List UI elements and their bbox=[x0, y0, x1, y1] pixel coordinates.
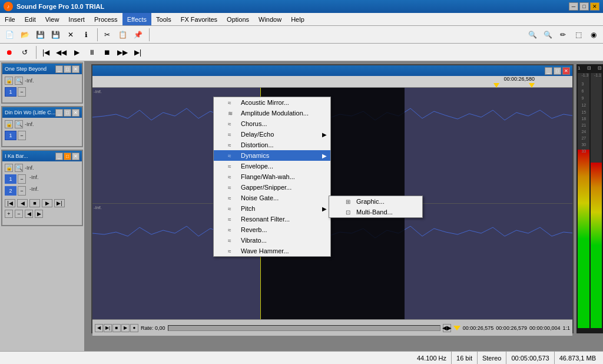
save-all-btn[interactable]: 💾 bbox=[48, 28, 62, 42]
menu-fxfavorites[interactable]: FX Favorites bbox=[176, 13, 222, 25]
menu-delay-echo[interactable]: ≈ Delay/Echo ▶ bbox=[214, 129, 330, 140]
stop-btn[interactable]: ⏹ bbox=[100, 45, 114, 59]
menu-edit[interactable]: Edit bbox=[20, 13, 41, 25]
main-area: One Step Beyond _ □ ✕ 🔒 🔍 -Inf. 1 − Din … bbox=[0, 61, 603, 351]
track-1-lock[interactable]: 🔒 bbox=[5, 77, 13, 85]
menu-pitch[interactable]: ≈ Pitch ▶ bbox=[214, 203, 330, 214]
pencil-btn[interactable]: ✏ bbox=[556, 28, 570, 42]
nav-play[interactable]: ▶ bbox=[42, 199, 52, 207]
record-btn[interactable]: ⏺ bbox=[2, 45, 16, 59]
toolbar-2: ⏺ ↺ |◀ ◀◀ ▶ ⏸ ⏹ ▶▶ ▶| bbox=[0, 44, 603, 61]
status-frequency: 44.100 Hz bbox=[412, 352, 452, 364]
paste-btn[interactable]: 📌 bbox=[131, 28, 145, 42]
track-2-maximize[interactable]: □ bbox=[64, 109, 71, 117]
prev-btn[interactable]: ◀◀ bbox=[54, 45, 68, 59]
menu-acoustic-mirror[interactable]: ≈ Acoustic Mirror... bbox=[214, 97, 330, 108]
status-duration: 00:05:00,573 bbox=[506, 352, 554, 364]
reverb-icon: ≈ bbox=[228, 227, 237, 233]
menu-envelope[interactable]: ≈ Envelope... bbox=[214, 161, 330, 171]
menu-wavehammer[interactable]: ≈ Wave Hammer... bbox=[214, 246, 330, 256]
track-1: One Step Beyond _ □ ✕ 🔒 🔍 -Inf. 1 − bbox=[1, 62, 83, 104]
menu-vibrato[interactable]: ≈ Vibrato... bbox=[214, 235, 330, 246]
scrub-btn[interactable]: ◉ bbox=[587, 28, 601, 42]
menu-options[interactable]: Options bbox=[222, 13, 254, 25]
track-2-mute[interactable]: − bbox=[18, 131, 26, 140]
open-btn[interactable]: 📂 bbox=[18, 28, 32, 42]
go-end-btn[interactable]: ▶| bbox=[131, 45, 145, 59]
menu-resonant[interactable]: ≈ Resonant Filter... bbox=[214, 214, 330, 224]
menu-insert[interactable]: Insert bbox=[64, 13, 90, 25]
track-3-lock[interactable]: 🔒 bbox=[5, 164, 13, 172]
distortion-icon: ≈ bbox=[228, 142, 237, 148]
track-3-mute1[interactable]: − bbox=[18, 174, 26, 184]
title-bar: ♪ Sound Forge Pro 10.0 TRIAL ─ □ ✕ bbox=[0, 0, 603, 13]
track-1-close[interactable]: ✕ bbox=[72, 65, 79, 73]
menu-chorus[interactable]: ≈ Chorus... bbox=[214, 118, 330, 129]
track-1-num: 1 bbox=[5, 87, 16, 97]
vol-minus[interactable]: − bbox=[15, 210, 23, 218]
submenu-multiband[interactable]: ⊡ Multi-Band... bbox=[329, 207, 422, 217]
left-panel: One Step Beyond _ □ ✕ 🔒 🔍 -Inf. 1 − Din … bbox=[0, 61, 85, 351]
track-1-minimize[interactable]: _ bbox=[55, 65, 63, 73]
scroll-right[interactable]: ▶ bbox=[35, 210, 43, 218]
track-3-zoom[interactable]: 🔍 bbox=[15, 164, 23, 172]
menu-effects[interactable]: Effects bbox=[122, 13, 151, 25]
track-2-minimize[interactable]: _ bbox=[55, 109, 63, 117]
next-btn[interactable]: ▶▶ bbox=[115, 45, 130, 59]
copy-btn[interactable]: 📋 bbox=[115, 28, 130, 42]
menu-window[interactable]: Window bbox=[254, 13, 286, 25]
menu-dynamics[interactable]: ≈ Dynamics ▶ bbox=[214, 150, 330, 161]
nav-end[interactable]: ▶| bbox=[54, 199, 65, 207]
track-1-name: One Step Beyond bbox=[5, 66, 47, 72]
track-2-close[interactable]: ✕ bbox=[72, 109, 79, 117]
track-3-maximize[interactable]: □ bbox=[64, 153, 71, 160]
track-2-zoom[interactable]: 🔍 bbox=[15, 120, 23, 128]
select-btn[interactable]: ⬚ bbox=[571, 28, 585, 42]
app-title: Sound Forge Pro 10.0 TRIAL bbox=[16, 3, 104, 10]
track-3-mute2[interactable]: − bbox=[18, 186, 26, 196]
vol-plus[interactable]: + bbox=[5, 210, 13, 218]
nav-stop[interactable]: ■ bbox=[29, 199, 40, 207]
play-btn[interactable]: ▶ bbox=[69, 45, 84, 59]
track-3-minimize[interactable]: _ bbox=[55, 153, 63, 160]
close-btn[interactable]: ✕ bbox=[64, 28, 78, 42]
scroll-left[interactable]: ◀ bbox=[25, 210, 33, 218]
menu-distortion[interactable]: ≈ Distortion... bbox=[214, 140, 330, 150]
nav-prev[interactable]: ◀ bbox=[17, 199, 28, 207]
menu-flange[interactable]: ≈ Flange/Wah-wah... bbox=[214, 171, 330, 182]
menu-help[interactable]: Help bbox=[286, 13, 309, 25]
dropdown-overlay: ≈ Acoustic Mirror... ≋ Amplitude Modulat… bbox=[85, 61, 603, 351]
nav-start[interactable]: |◀ bbox=[5, 199, 15, 207]
menu-amplitude-mod[interactable]: ≋ Amplitude Modulation... bbox=[214, 108, 330, 118]
submenu-graphic[interactable]: ⊞ Graphic... bbox=[329, 196, 422, 207]
menu-file[interactable]: File bbox=[0, 13, 20, 25]
menu-reverb[interactable]: ≈ Reverb... bbox=[214, 224, 330, 235]
track-1-mute[interactable]: − bbox=[18, 87, 26, 97]
properties-btn[interactable]: ℹ bbox=[79, 28, 93, 42]
loop-btn[interactable]: ↺ bbox=[18, 45, 32, 59]
menu-process[interactable]: Process bbox=[90, 13, 122, 25]
track-3-close[interactable]: ✕ bbox=[72, 153, 79, 160]
zoom-btn[interactable]: 🔍 bbox=[525, 28, 539, 42]
menu-gapper[interactable]: ≈ Gapper/Snipper... bbox=[214, 182, 330, 193]
track-1-maximize[interactable]: □ bbox=[64, 65, 71, 73]
go-start-btn[interactable]: |◀ bbox=[39, 45, 53, 59]
close-button[interactable]: ✕ bbox=[590, 2, 599, 11]
cut-btn[interactable]: ✂ bbox=[100, 28, 114, 42]
save-btn[interactable]: 💾 bbox=[33, 28, 47, 42]
menu-noise-gate[interactable]: ≈ Noise Gate... bbox=[214, 193, 330, 203]
track-2-lock[interactable]: 🔒 bbox=[5, 120, 13, 128]
pause-btn[interactable]: ⏸ bbox=[85, 45, 99, 59]
menu-view[interactable]: View bbox=[41, 13, 64, 25]
track-3-num1: 1 bbox=[5, 174, 16, 184]
new-btn[interactable]: 📄 bbox=[2, 28, 16, 42]
menu-tools[interactable]: Tools bbox=[151, 13, 176, 25]
envelope-icon: ≈ bbox=[228, 163, 237, 170]
zoom2-btn[interactable]: 🔍 bbox=[541, 28, 555, 42]
track-1-titlebar: One Step Beyond _ □ ✕ bbox=[2, 64, 82, 74]
maximize-button[interactable]: □ bbox=[579, 2, 589, 11]
status-bar: 44.100 Hz 16 bit Stereo 00:05:00,573 46.… bbox=[0, 351, 603, 364]
track-1-zoom[interactable]: 🔍 bbox=[15, 77, 23, 85]
content-area: _ □ ✕ 00:00:26,580 bbox=[85, 61, 603, 351]
minimize-button[interactable]: ─ bbox=[569, 2, 578, 11]
